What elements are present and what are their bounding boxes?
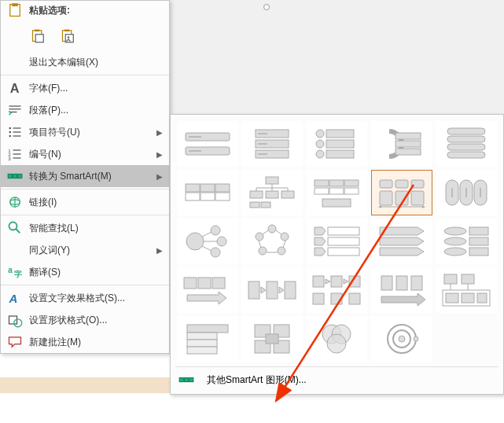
- svg-rect-76: [250, 202, 259, 208]
- svg-text:字: 字: [14, 270, 22, 278]
- svg-rect-82: [344, 180, 359, 186]
- svg-rect-133: [444, 274, 457, 284]
- svg-rect-6: [64, 30, 69, 32]
- svg-point-98: [211, 226, 220, 235]
- smartart-gallery: [175, 120, 498, 363]
- smartart-stacked-list[interactable]: [436, 121, 497, 167]
- menu-exit-text-edit[interactable]: 退出文本编辑(X): [1, 51, 169, 73]
- svg-rect-62: [186, 193, 200, 200]
- smartart-icon: [178, 372, 194, 388]
- svg-rect-126: [349, 276, 360, 287]
- more-smartart-item[interactable]: 其他SmartArt 图形(M)...: [175, 366, 498, 389]
- svg-point-105: [281, 233, 289, 241]
- smartart-basic-block-list[interactable]: [177, 121, 238, 167]
- smartart-matrix[interactable]: [241, 316, 303, 362]
- smartart-table-list[interactable]: [177, 170, 238, 215]
- svg-rect-4: [35, 35, 43, 42]
- svg-rect-119: [198, 278, 211, 289]
- svg-point-99: [217, 237, 226, 246]
- smartart-continuous-picture-list[interactable]: [436, 170, 497, 215]
- svg-point-100: [211, 248, 220, 257]
- smartart-gallery-submenu: 其他SmartArt 图形(M)...: [170, 114, 504, 395]
- svg-rect-78: [315, 180, 329, 186]
- menu-separator: [1, 189, 169, 189]
- svg-line-32: [16, 229, 20, 233]
- svg-rect-86: [395, 180, 408, 188]
- menu-separator: [1, 285, 169, 285]
- smartart-basic-process[interactable]: [177, 267, 238, 313]
- svg-point-114: [444, 237, 466, 245]
- font-icon: A: [7, 80, 23, 96]
- menu-bullets[interactable]: 项目符号(U) ▶: [1, 121, 169, 143]
- menu-new-comment[interactable]: 新建批注(M): [1, 331, 169, 353]
- smartart-grouped-list[interactable]: [436, 267, 497, 313]
- smartart-radial-cycle[interactable]: [371, 316, 432, 362]
- bullets-icon: [7, 124, 23, 140]
- svg-rect-51: [326, 140, 354, 148]
- slide-rotation-handle[interactable]: [263, 4, 270, 10]
- menu-translate[interactable]: a字 翻译(S): [1, 261, 169, 283]
- smartart-alternating-flow[interactable]: [306, 267, 367, 313]
- svg-rect-120: [212, 278, 225, 289]
- smartart-hierarchy[interactable]: [241, 170, 303, 215]
- smartart-vertical-bullet-list[interactable]: [306, 121, 367, 167]
- smartart-cycle[interactable]: [241, 219, 303, 264]
- menu-format-text-effects[interactable]: A 设置文字效果格式(S)...: [1, 287, 169, 309]
- svg-rect-81: [329, 188, 344, 194]
- svg-point-104: [268, 225, 276, 233]
- svg-rect-157: [179, 378, 183, 382]
- submenu-arrow-icon: ▶: [156, 246, 163, 255]
- svg-rect-113: [469, 227, 488, 235]
- svg-point-155: [399, 336, 405, 342]
- svg-rect-67: [266, 177, 278, 184]
- svg-rect-110: [328, 237, 359, 245]
- search-icon: [7, 220, 23, 236]
- smartart-venn[interactable]: [306, 316, 367, 362]
- svg-rect-61: [186, 184, 200, 192]
- smartart-continuous-block-process[interactable]: [241, 267, 303, 313]
- smartart-vertical-arrow-list[interactable]: [371, 219, 432, 264]
- menu-separator: [1, 215, 169, 215]
- smartart-vertical-box-list[interactable]: [241, 121, 303, 167]
- menu-smart-lookup[interactable]: 智能查找(L): [1, 217, 169, 239]
- menu-link[interactable]: 链接(I): [1, 191, 169, 213]
- svg-rect-57: [447, 128, 485, 134]
- smartart-table-hierarchy[interactable]: [177, 316, 238, 362]
- svg-rect-123: [285, 281, 296, 299]
- svg-point-52: [316, 150, 324, 158]
- menu-font[interactable]: A 字体(F)...: [1, 77, 169, 99]
- svg-point-50: [316, 140, 324, 148]
- svg-point-106: [278, 247, 285, 255]
- svg-point-152: [327, 334, 346, 353]
- svg-rect-3: [35, 30, 39, 32]
- svg-rect-111: [328, 248, 359, 256]
- menu-paragraph[interactable]: 段落(P)...: [1, 99, 169, 121]
- svg-rect-140: [477, 293, 487, 303]
- svg-point-97: [186, 233, 204, 250]
- smartart-horizontal-hierarchy[interactable]: [306, 170, 367, 215]
- svg-rect-73: [250, 191, 263, 198]
- svg-text:a: a: [8, 266, 13, 274]
- smartart-vertical-chevron-list[interactable]: [306, 219, 367, 264]
- svg-point-15: [9, 131, 12, 134]
- svg-rect-74: [266, 191, 278, 198]
- svg-point-112: [444, 227, 466, 235]
- menu-synonyms[interactable]: 同义词(Y) ▶: [1, 239, 169, 261]
- smartart-segmented-process[interactable]: [371, 267, 432, 313]
- svg-rect-139: [462, 293, 474, 303]
- translate-icon: a字: [7, 264, 23, 280]
- paste-option-picture[interactable]: [57, 24, 79, 46]
- svg-rect-60: [447, 152, 485, 158]
- smartart-picture-accent-list[interactable]: [371, 170, 432, 215]
- svg-rect-117: [469, 248, 488, 256]
- smartart-horizontal-bullet-list[interactable]: [371, 121, 432, 167]
- menu-numbering[interactable]: 123 编号(N) ▶: [1, 143, 169, 165]
- paste-option-keep-source[interactable]: [28, 24, 50, 46]
- smartart-radial-list[interactable]: [177, 219, 238, 264]
- menu-convert-smartart[interactable]: 转换为 SmartArt(M) ▶: [1, 165, 169, 187]
- svg-rect-58: [447, 136, 485, 142]
- menu-format-shape[interactable]: 设置形状格式(O)...: [1, 309, 169, 331]
- svg-rect-53: [326, 150, 354, 158]
- smartart-pyramid-list[interactable]: [436, 219, 497, 264]
- svg-rect-63: [200, 184, 215, 192]
